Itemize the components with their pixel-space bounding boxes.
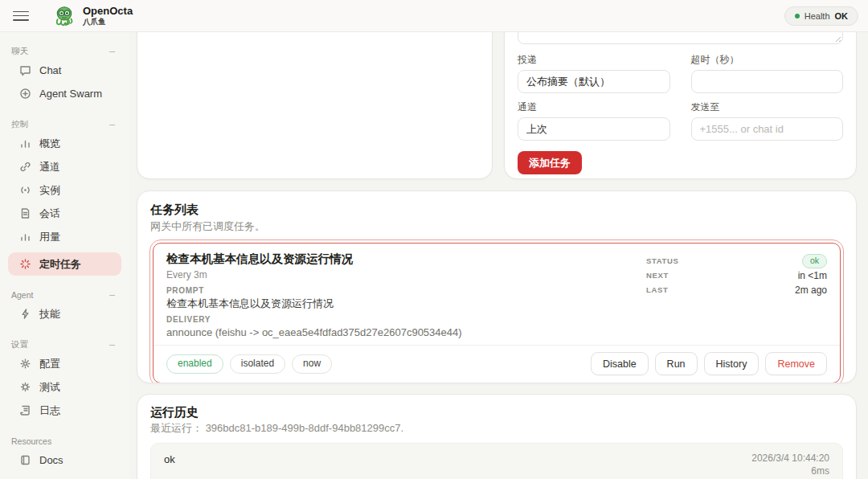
task-delivery-text: announce (feishu -> oc_eaea5e4fdfad375d2… — [166, 326, 646, 338]
channel-label: 通道 — [518, 101, 670, 113]
sidebar-item-label: Chat — [39, 64, 61, 76]
task-list-card: 任务列表 网关中所有已调度任务。 检查本机基本信息以及资源运行情况 Every … — [137, 190, 857, 383]
sidebar-item-label: 配置 — [39, 357, 60, 371]
sidebar-item-config[interactable]: 配置 — [8, 352, 121, 375]
sidebar-item-sessions[interactable]: 会话 — [8, 202, 121, 225]
prompt-kicker: PROMPT — [166, 286, 646, 296]
tag-enabled: enabled — [166, 354, 223, 374]
collapse-section-icon[interactable]: – — [107, 119, 117, 130]
collapse-section-icon[interactable]: – — [107, 46, 117, 57]
sidebar-item-label: 技能 — [39, 307, 60, 321]
sidebar-item-channels[interactable]: 通道 — [8, 155, 121, 178]
collapse-section-icon[interactable]: – — [107, 289, 117, 301]
lightning-icon — [19, 308, 31, 320]
sidebar-section-chat: 聊天 – Chat Agent Swarm — [8, 43, 121, 105]
next-value: in <1m — [798, 270, 827, 281]
health-badge: Health OK — [784, 6, 858, 26]
section-label-control: 控制 — [11, 119, 28, 130]
sidebar-item-chat[interactable]: Chat — [8, 59, 121, 82]
sidebar-item-agent-swarm[interactable]: Agent Swarm — [8, 82, 121, 105]
task-list-title: 任务列表 — [150, 203, 843, 216]
left-panel-card — [137, 32, 493, 179]
sidebar-item-skills[interactable]: 技能 — [8, 302, 121, 325]
timeout-input[interactable] — [691, 70, 844, 93]
sidebar-item-instances[interactable]: 实例 — [8, 178, 121, 202]
section-label-resources: Resources — [11, 436, 51, 446]
task-list-subtitle: 网关中所有已调度任务。 — [150, 220, 843, 233]
send-to-label: 发送至 — [691, 101, 844, 113]
channel-select[interactable]: 上次 — [518, 117, 670, 141]
app-subtitle: 八爪鱼 — [83, 18, 133, 26]
collapse-section-icon[interactable]: – — [107, 339, 117, 350]
send-to-input[interactable] — [691, 117, 844, 141]
task-prompt-text: 检查本机基本信息以及资源运行情况 — [166, 297, 646, 309]
add-task-button[interactable]: 添加任务 — [518, 151, 582, 174]
run-duration: 6ms — [751, 465, 829, 477]
test-sun-icon — [19, 381, 31, 393]
next-label: NEXT — [646, 271, 669, 280]
app-title: OpenOcta — [83, 6, 133, 17]
run-button[interactable]: Run — [655, 352, 698, 375]
health-label: Health — [805, 11, 830, 21]
run-history-card: 运行历史 最近运行： 396bdc81-b189-499b-8ddf-94bb8… — [137, 394, 857, 479]
document-icon — [19, 207, 31, 219]
remove-button[interactable]: Remove — [765, 352, 827, 375]
bar-chart-icon — [19, 231, 31, 243]
status-label: STATUS — [646, 256, 679, 265]
status-badge: ok — [802, 254, 827, 268]
section-label-agent: Agent — [11, 290, 33, 300]
delivery-select[interactable]: 公布摘要（默认） — [518, 70, 670, 93]
run-timestamp: 2026/3/4 10:44:20 — [751, 452, 829, 465]
last-run-id: 396bdc81-b189-499b-8ddf-94bb81299cc7. — [206, 422, 403, 434]
link-icon — [19, 161, 31, 173]
sidebar-item-label: 会话 — [39, 207, 60, 221]
task-title: 检查本机基本信息以及资源运行情况 — [166, 252, 646, 266]
last-label: LAST — [646, 285, 668, 294]
gear-icon — [19, 358, 31, 370]
book-icon — [19, 454, 31, 466]
tag-now: now — [292, 354, 332, 374]
history-button[interactable]: History — [704, 352, 760, 375]
sidebar: 聊天 – Chat Agent Swarm 控制 – 概览 — [0, 32, 129, 479]
task-prompt-textarea[interactable] — [518, 32, 843, 44]
sidebar-item-overview[interactable]: 概览 — [8, 132, 121, 155]
disable-button[interactable]: Disable — [591, 352, 649, 375]
sidebar-item-label: Agent Swarm — [39, 88, 102, 100]
run-history-title: 运行历史 — [150, 405, 843, 419]
top-header: OpenOcta 八爪鱼 Health OK — [0, 0, 868, 32]
add-task-form-card: 投递 公布摘要（默认） 超时（秒） 通道 上次 发送至 添加任务 — [504, 32, 857, 179]
sidebar-section-resources: Resources Docs — [8, 433, 121, 472]
sidebar-item-label: 实例 — [39, 183, 60, 198]
chat-bubble-icon — [19, 64, 31, 76]
sidebar-item-cron-tasks[interactable]: 定时任务 — [8, 252, 121, 276]
sidebar-section-settings: 设置 – 配置 测试 日志 — [8, 337, 121, 422]
octopus-logo-icon — [53, 5, 76, 27]
run-history-subtitle: 最近运行： 396bdc81-b189-499b-8ddf-94bb81299c… — [150, 422, 843, 435]
task-tags: enabled isolated now — [166, 354, 332, 374]
sidebar-item-label: 概览 — [39, 137, 60, 151]
sidebar-item-docs[interactable]: Docs — [8, 448, 121, 472]
sidebar-item-usage[interactable]: 用量 — [8, 225, 121, 248]
sidebar-section-agent: Agent – 技能 — [8, 287, 121, 325]
brand: OpenOcta 八爪鱼 — [53, 5, 133, 27]
last-run-label: 最近运行： — [150, 422, 203, 434]
sidebar-item-label: 定时任务 — [39, 257, 81, 272]
section-label-chat: 聊天 — [11, 46, 28, 57]
agent-swarm-icon — [19, 88, 31, 100]
task-row-highlighted: 检查本机基本信息以及资源运行情况 Every 3m PROMPT 检查本机基本信… — [153, 243, 841, 383]
tag-isolated: isolated — [230, 354, 285, 374]
sidebar-item-logs[interactable]: 日志 — [8, 399, 121, 422]
menu-toggle-icon[interactable] — [13, 10, 29, 22]
run-result: ok — [164, 452, 175, 466]
main-content: 投递 公布摘要（默认） 超时（秒） 通道 上次 发送至 添加任务 任务列 — [129, 32, 868, 479]
sidebar-section-control: 控制 – 概览 通道 实例 会话 — [8, 117, 121, 276]
sidebar-item-label: 日志 — [39, 403, 60, 418]
task-schedule: Every 3m — [166, 269, 646, 280]
health-status: OK — [835, 11, 849, 21]
bar-chart-icon — [19, 137, 31, 149]
section-label-settings: 设置 — [11, 339, 28, 350]
sidebar-item-test[interactable]: 测试 — [8, 375, 121, 399]
run-history-entry[interactable]: ok 2026/3/4 10:44:20 6ms Open run chat — [150, 443, 843, 479]
timeout-label: 超时（秒） — [691, 54, 844, 66]
sidebar-item-label: 测试 — [39, 380, 60, 395]
